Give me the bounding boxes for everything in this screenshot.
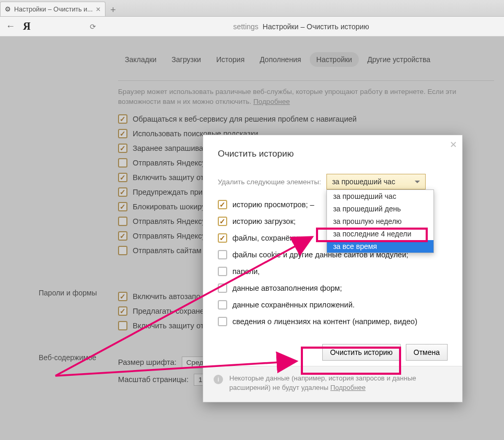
modal-title: Очистить историю (218, 149, 448, 159)
dd-item-hour[interactable]: за прошедший час (327, 190, 433, 203)
close-icon[interactable]: ✕ (450, 139, 457, 150)
tab-title: Настройки – Очистить и... (14, 6, 92, 13)
new-tab-button[interactable]: + (106, 4, 120, 16)
checkbox[interactable] (218, 217, 227, 226)
info-icon: i (214, 375, 223, 384)
m-label: пароли, (232, 267, 260, 276)
nav-bar: ← Я ⟳ settings Настройки – Очистить исто… (0, 17, 504, 37)
checkbox[interactable] (218, 300, 227, 310)
time-range-combo[interactable]: за прошедший час (326, 174, 426, 189)
m-label: сведения о лицензиях на контент (наприме… (232, 317, 417, 326)
checkbox[interactable] (218, 250, 227, 259)
time-range-dropdown: за прошедший час за прошедший день за пр… (326, 189, 434, 253)
m-label: данные автозаполнения форм; (232, 284, 342, 292)
back-button[interactable]: ← (4, 21, 17, 32)
modal-row-label: Удалить следующие элементы: (218, 178, 321, 186)
yandex-logo[interactable]: Я (23, 20, 30, 32)
dd-item-all[interactable]: за все время (327, 240, 433, 253)
dd-item-day[interactable]: за прошедший день (327, 203, 433, 215)
footer-text: Некоторые данные (например, история запр… (229, 374, 416, 391)
footer-link[interactable]: Подробнее (331, 384, 366, 391)
checkbox[interactable] (218, 317, 227, 326)
tab-bar: ⚙ Настройки – Очистить и... ✕ + (0, 0, 504, 17)
m-label: историю просмотров; – (232, 200, 314, 209)
m-label: историю загрузок; (232, 217, 296, 225)
m-label: файлы, сохранённые (232, 234, 308, 242)
browser-tab[interactable]: ⚙ Настройки – Очистить и... ✕ (0, 2, 106, 16)
modal-footer: i Некоторые данные (например, история за… (203, 366, 462, 402)
dd-item-week[interactable]: за прошлую неделю (327, 215, 433, 228)
cancel-button[interactable]: Отмена (406, 344, 448, 361)
checkbox[interactable] (218, 267, 227, 276)
url-title: Настройки – Очистить историю (263, 22, 369, 31)
close-tab-icon[interactable]: ✕ (96, 6, 101, 13)
dd-item-4weeks[interactable]: за последние 4 недели (327, 228, 433, 240)
url-crumb: settings (233, 22, 259, 31)
address-bar[interactable]: settings Настройки – Очистить историю (102, 22, 500, 31)
m-label: данные сохранённых приложений. (232, 301, 355, 309)
gear-icon: ⚙ (5, 5, 11, 13)
reload-button[interactable]: ⟳ (90, 22, 96, 31)
checkbox[interactable] (218, 233, 227, 243)
clear-history-button[interactable]: Очистить историю (322, 344, 401, 361)
clear-history-modal: ✕ Очистить историю Удалить следующие эле… (203, 135, 463, 402)
checkbox[interactable] (218, 283, 227, 293)
checkbox[interactable] (218, 200, 227, 209)
